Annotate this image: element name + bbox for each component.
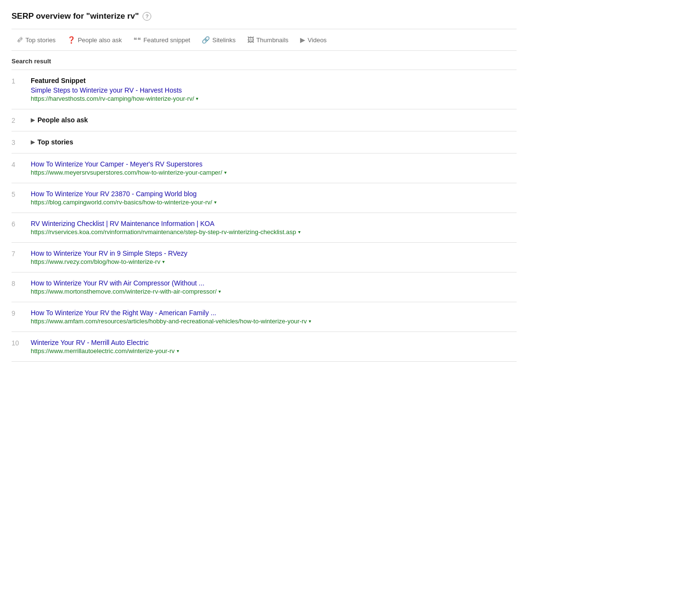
thumbnails-label: Thumbnails <box>256 36 289 44</box>
videos-icon: ▶ <box>300 36 305 44</box>
result-title-link[interactable]: RV Winterizing Checklist | RV Maintenanc… <box>31 220 517 227</box>
result-url: https://www.meyersrvsuperstores.com/how-… <box>31 169 517 176</box>
tab-people-also-ask[interactable]: ❓People also ask <box>62 34 127 46</box>
section-label: Search result <box>12 51 517 70</box>
row-content: How to Winterize Your RV in 9 Simple Ste… <box>31 249 517 265</box>
table-row: 7How to Winterize Your RV in 9 Simple St… <box>12 243 517 272</box>
table-row: 5How To Winterize Your RV 23870 - Campin… <box>12 183 517 213</box>
url-dropdown-arrow[interactable]: ▾ <box>298 229 301 235</box>
result-title-link[interactable]: How To Winterize Your RV 23870 - Camping… <box>31 190 517 198</box>
table-row: 10Winterize Your RV - Merrill Auto Elect… <box>12 332 517 362</box>
row-content: How To Winterize Your RV the Right Way -… <box>31 309 517 325</box>
tab-featured-snippet[interactable]: ❝❝Featured snippet <box>129 34 195 46</box>
result-title-link[interactable]: Simple Steps to Winterize your RV - Harv… <box>31 86 517 94</box>
row-content: How To Winterize Your Camper - Meyer's R… <box>31 160 517 176</box>
url-dropdown-arrow[interactable]: ▾ <box>309 319 311 324</box>
table-row: 8How to Winterize Your RV with Air Compr… <box>12 272 517 302</box>
expandable-label-text: Top stories <box>37 138 73 146</box>
table-row: 1Featured SnippetSimple Steps to Winteri… <box>12 70 517 109</box>
result-url: https://rvservices.koa.com/rvinformation… <box>31 228 517 236</box>
row-content: Winterize Your RV - Merrill Auto Electri… <box>31 339 517 355</box>
url-dropdown-arrow[interactable]: ▾ <box>218 289 221 294</box>
top-stories-label: Top stories <box>25 36 56 44</box>
thumbnails-icon: 🖼 <box>247 36 254 44</box>
videos-label: Videos <box>308 36 327 44</box>
url-dropdown-arrow[interactable]: ▾ <box>162 259 165 264</box>
help-icon[interactable]: ? <box>143 12 151 21</box>
people-also-ask-label: People also ask <box>78 36 122 44</box>
expandable-top-stories[interactable]: ▶Top stories <box>31 138 517 146</box>
expandable-people-also-ask[interactable]: ▶People also ask <box>31 116 517 124</box>
row-number: 4 <box>12 160 31 168</box>
row-content: How To Winterize Your RV 23870 - Camping… <box>31 190 517 206</box>
title-text: SERP overview for "winterize rv" <box>12 12 139 21</box>
row-number: 3 <box>12 138 31 146</box>
featured-snippet-label: Featured snippet <box>144 36 191 44</box>
expand-arrow-icon: ▶ <box>31 139 35 145</box>
expand-arrow-icon: ▶ <box>31 117 35 123</box>
row-content: RV Winterizing Checklist | RV Maintenanc… <box>31 220 517 236</box>
url-dropdown-arrow[interactable]: ▾ <box>177 348 179 354</box>
table-row: 9How To Winterize Your RV the Right Way … <box>12 302 517 332</box>
results-list: 1Featured SnippetSimple Steps to Winteri… <box>12 70 517 362</box>
row-number: 9 <box>12 309 31 317</box>
row-number: 2 <box>12 116 31 124</box>
table-row: 6RV Winterizing Checklist | RV Maintenan… <box>12 213 517 243</box>
result-url: https://harvesthosts.com/rv-camping/how-… <box>31 95 517 102</box>
result-title-link[interactable]: Winterize Your RV - Merrill Auto Electri… <box>31 339 517 346</box>
result-url: https://www.mortonsthemove.com/winterize… <box>31 288 517 295</box>
page-title: SERP overview for "winterize rv" ? <box>12 12 517 21</box>
tab-sitelinks[interactable]: 🔗Sitelinks <box>197 34 240 46</box>
row-number: 8 <box>12 279 31 287</box>
tab-thumbnails[interactable]: 🖼Thumbnails <box>242 34 293 46</box>
row-number: 5 <box>12 190 31 198</box>
featured-snippet-badge: Featured Snippet <box>31 77 517 84</box>
tab-top-stories[interactable]: 🗞Top stories <box>12 34 60 46</box>
row-number: 10 <box>12 339 31 347</box>
top-stories-icon: 🗞 <box>16 36 23 44</box>
row-content: ▶Top stories <box>31 138 517 146</box>
result-url: https://www.rvezy.com/blog/how-to-winter… <box>31 258 517 265</box>
row-number: 1 <box>12 77 31 85</box>
result-title-link[interactable]: How To Winterize Your RV the Right Way -… <box>31 309 517 317</box>
result-url: https://blog.campingworld.com/rv-basics/… <box>31 199 517 206</box>
row-content: ▶People also ask <box>31 116 517 124</box>
row-content: Featured SnippetSimple Steps to Winteriz… <box>31 77 517 102</box>
filter-tabs: 🗞Top stories❓People also ask❝❝Featured s… <box>12 29 517 51</box>
people-also-ask-icon: ❓ <box>67 36 75 44</box>
row-number: 7 <box>12 249 31 258</box>
result-url: https://www.merrillautoelectric.com/wint… <box>31 347 517 355</box>
table-row: 4How To Winterize Your Camper - Meyer's … <box>12 154 517 183</box>
url-dropdown-arrow[interactable]: ▾ <box>214 200 217 205</box>
result-title-link[interactable]: How To Winterize Your Camper - Meyer's R… <box>31 160 517 168</box>
url-dropdown-arrow[interactable]: ▾ <box>224 170 227 175</box>
url-dropdown-arrow[interactable]: ▾ <box>196 96 198 101</box>
row-number: 6 <box>12 220 31 228</box>
sitelinks-icon: 🔗 <box>202 36 210 44</box>
row-content: How to Winterize Your RV with Air Compre… <box>31 279 517 295</box>
expandable-label-text: People also ask <box>37 116 88 124</box>
featured-snippet-icon: ❝❝ <box>133 36 141 44</box>
sitelinks-label: Sitelinks <box>212 36 235 44</box>
tab-videos[interactable]: ▶Videos <box>295 34 332 46</box>
result-title-link[interactable]: How to Winterize Your RV in 9 Simple Ste… <box>31 249 517 257</box>
table-row: 3▶Top stories <box>12 131 517 154</box>
result-url: https://www.amfam.com/resources/articles… <box>31 318 517 325</box>
table-row: 2▶People also ask <box>12 109 517 131</box>
result-title-link[interactable]: How to Winterize Your RV with Air Compre… <box>31 279 517 287</box>
